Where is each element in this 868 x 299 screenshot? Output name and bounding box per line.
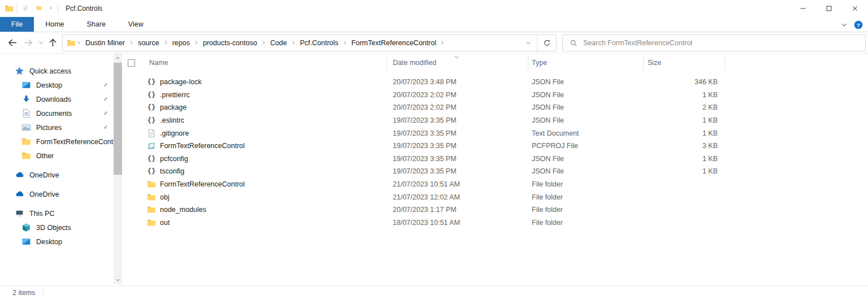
- file-date-modified: 21/07/2023 12:02 AM: [393, 193, 532, 201]
- svg-text:{}: {}: [147, 90, 155, 99]
- file-row[interactable]: {}package-lock20/07/2023 3:48 PMJSON Fil…: [123, 76, 868, 89]
- sidebar-item-onedrive[interactable]: OneDrive: [0, 187, 123, 201]
- folder-icon: [21, 151, 31, 161]
- column-header-name[interactable]: Name: [149, 54, 168, 72]
- file-type: JSON File: [532, 78, 643, 86]
- file-row[interactable]: .gitignore19/07/2023 3:35 PMText Documen…: [123, 127, 868, 140]
- ribbon-collapse-icon[interactable]: [841, 21, 848, 28]
- column-divider[interactable]: [724, 57, 725, 70]
- breadcrumb-item[interactable]: FormTextReferenceControl: [348, 39, 440, 47]
- tab-view[interactable]: View: [117, 17, 155, 32]
- sidebar-scrollbar[interactable]: [114, 54, 122, 284]
- column-header-date-modified[interactable]: Date modified: [393, 54, 436, 72]
- file-row[interactable]: obj21/07/2023 12:02 AMFile folder: [123, 190, 868, 203]
- file-date-modified: 19/07/2023 3:35 PM: [393, 116, 532, 124]
- file-name: .gitignore: [160, 129, 393, 137]
- properties-check-icon[interactable]: [21, 4, 30, 13]
- sidebar-item-label: Other: [36, 152, 54, 160]
- minimize-button[interactable]: [790, 0, 816, 17]
- qat-dropdown-icon[interactable]: [47, 5, 54, 12]
- sidebar-item-pictures[interactable]: Pictures: [0, 120, 123, 135]
- file-row[interactable]: FormTextReferenceControl19/07/2023 3:35 …: [123, 140, 868, 153]
- forward-icon[interactable]: [23, 38, 33, 47]
- up-icon[interactable]: [48, 38, 58, 47]
- column-divider[interactable]: [387, 57, 387, 70]
- file-size: 2 KB: [643, 103, 718, 111]
- file-size: 3 KB: [643, 142, 718, 150]
- breadcrumb-item[interactable]: Dustin Miner: [82, 39, 128, 47]
- address-breadcrumb-box[interactable]: Dustin Minersourcereposproducts-contosoC…: [62, 34, 557, 51]
- breadcrumb-item[interactable]: source: [134, 39, 163, 47]
- sidebar-item-quick-access[interactable]: Quick access: [0, 64, 123, 78]
- file-row[interactable]: {}package20/07/2023 2:02 PMJSON File2 KB: [123, 101, 868, 114]
- address-bar: Dustin Minersourcereposproducts-contosoC…: [0, 32, 868, 54]
- breadcrumb-item[interactable]: Code: [267, 39, 290, 47]
- sidebar-item-desktop[interactable]: Desktop: [0, 78, 123, 92]
- sidebar-item-3d-objects[interactable]: 3D Objects: [0, 220, 123, 235]
- scrollbar-thumb[interactable]: [114, 63, 122, 175]
- sidebar-item-this-pc[interactable]: This PC: [0, 206, 123, 220]
- file-date-modified: 19/07/2023 3:35 PM: [393, 129, 532, 137]
- select-all-checkbox[interactable]: [128, 59, 135, 67]
- sidebar-item-label: Desktop: [36, 238, 62, 246]
- pcfproj-file-icon: [147, 141, 156, 150]
- file-type: File folder: [532, 206, 643, 214]
- sidebar-item-desktop[interactable]: Desktop: [0, 235, 123, 249]
- breadcrumb-chevron-icon[interactable]: [440, 40, 445, 45]
- tab-file[interactable]: File: [0, 17, 34, 32]
- status-separator: [43, 288, 44, 297]
- new-folder-icon[interactable]: [34, 4, 44, 13]
- breadcrumb-item[interactable]: Pcf.Controls: [297, 39, 342, 47]
- svg-text:{}: {}: [147, 103, 155, 112]
- breadcrumb-item[interactable]: repos: [169, 39, 193, 47]
- file-row[interactable]: {}.eslintrc19/07/2023 3:35 PMJSON File1 …: [123, 114, 868, 127]
- tab-home[interactable]: Home: [34, 17, 75, 32]
- documents-icon: [21, 109, 31, 118]
- folder-icon: [21, 137, 31, 146]
- file-row[interactable]: {}tsconfig19/07/2023 3:35 PMJSON File1 K…: [123, 165, 868, 178]
- file-row[interactable]: node_modules20/07/2023 1:17 PMFile folde…: [123, 203, 868, 216]
- file-row[interactable]: FormTextReferenceControl21/07/2023 10:51…: [123, 178, 868, 191]
- recent-locations-icon[interactable]: [38, 40, 44, 45]
- column-header-type[interactable]: Type: [532, 54, 547, 72]
- sidebar-item-other[interactable]: Other: [0, 149, 123, 163]
- svg-text:{}: {}: [147, 167, 155, 176]
- file-row[interactable]: {}pcfconfig19/07/2023 3:35 PMJSON File1 …: [123, 153, 868, 166]
- pin-icon: [102, 124, 108, 131]
- breadcrumb-item[interactable]: products-contoso: [199, 39, 261, 47]
- refresh-button[interactable]: [537, 35, 556, 51]
- sidebar-item-documents[interactable]: Documents: [0, 106, 123, 120]
- maximize-button[interactable]: [816, 0, 842, 17]
- help-icon[interactable]: ?: [854, 20, 863, 29]
- file-row[interactable]: {}.prettierrc20/07/2023 2:02 PMJSON File…: [123, 89, 868, 102]
- column-divider[interactable]: [643, 57, 644, 70]
- breadcrumb-chevron-icon: [261, 40, 266, 45]
- maximize-icon: [825, 5, 833, 12]
- desktop-icon: [21, 237, 31, 246]
- file-row[interactable]: out18/07/2023 10:51 AMFile folder: [123, 216, 868, 229]
- sidebar-item-onedrive[interactable]: OneDrive: [0, 168, 123, 182]
- file-size: 1 KB: [643, 155, 718, 163]
- sidebar-item-formtextreferencecontrol[interactable]: FormTextReferenceControl: [0, 135, 123, 149]
- back-icon[interactable]: [8, 38, 18, 47]
- scroll-up-icon[interactable]: [114, 54, 122, 62]
- json-file-icon: {}: [147, 167, 156, 176]
- search-input[interactable]: [583, 36, 865, 50]
- json-file-icon: {}: [147, 103, 156, 112]
- sidebar-item-label: Quick access: [29, 67, 71, 75]
- scroll-down-icon[interactable]: [114, 276, 122, 284]
- breadcrumb-chevron-icon: [291, 40, 296, 45]
- column-divider[interactable]: [528, 57, 528, 70]
- close-button[interactable]: [842, 0, 868, 17]
- title-bar: Pcf.Controls: [0, 0, 868, 17]
- column-header-size[interactable]: Size: [648, 54, 661, 72]
- folder-icon: [147, 205, 156, 214]
- sidebar-item-label: Downloads: [36, 96, 71, 103]
- pictures-icon: [21, 123, 31, 132]
- window-title: Pcf.Controls: [66, 5, 102, 12]
- onedrive-icon: [15, 189, 24, 199]
- sidebar-item-downloads[interactable]: Downloads: [0, 92, 123, 106]
- tab-share[interactable]: Share: [76, 17, 117, 32]
- address-dropdown-button[interactable]: [520, 35, 537, 51]
- sidebar-item-label: Documents: [36, 110, 72, 118]
